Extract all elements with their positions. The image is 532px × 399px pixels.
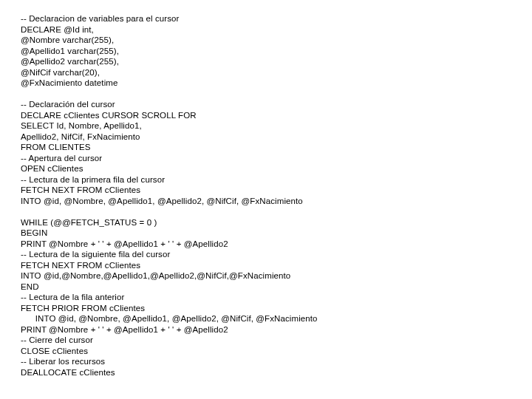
sql-code-block: -- Declaracion de variables para el curs… [0, 0, 532, 378]
